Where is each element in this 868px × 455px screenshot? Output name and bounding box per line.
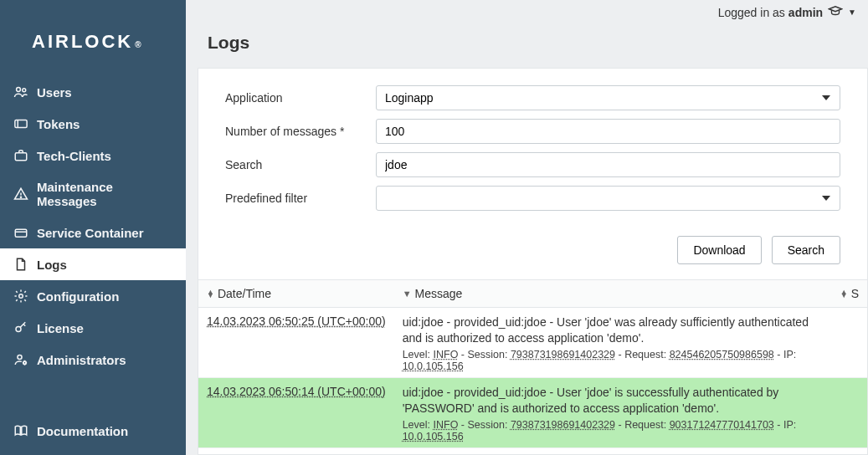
sidebar-item-administrators[interactable]: Administrators — [0, 344, 186, 376]
gear-icon — [13, 289, 28, 304]
sidebar-item-license[interactable]: License — [0, 312, 186, 344]
sidebar-item-label: Logs — [37, 258, 67, 272]
svg-rect-5 — [15, 229, 27, 237]
brand-logo: AIRLOCK® — [0, 0, 186, 76]
log-session[interactable]: 793873198691402329 — [511, 349, 615, 360]
log-meta: Level: INFO - Session: 79387319869140232… — [403, 349, 824, 372]
svg-point-1 — [23, 89, 26, 92]
container-icon — [13, 225, 28, 240]
ticket-icon — [13, 116, 28, 131]
log-datetime[interactable]: 14.03.2023 06:50:25 (UTC+00:00) — [207, 314, 386, 328]
admin-icon — [13, 352, 28, 367]
log-meta: Level: INFO - Session: 79387319869140232… — [403, 419, 824, 442]
search-input[interactable] — [376, 152, 840, 177]
table-row[interactable]: 14.03.2023 06:50:14 (UTC+00:00)uid:jdoe … — [198, 447, 867, 455]
th-s[interactable]: ▲▼ S — [832, 280, 867, 308]
table-row[interactable]: 14.03.2023 06:50:25 (UTC+00:00)uid:jdoe … — [198, 308, 867, 378]
sidebar: AIRLOCK® Users Tokens Tech-Clients Maint… — [0, 0, 186, 455]
log-level[interactable]: INFO — [434, 349, 459, 360]
sort-icon: ▲▼ — [840, 290, 848, 297]
logged-in-user: admin — [788, 6, 823, 19]
logged-in-text: Logged in as — [718, 6, 785, 19]
sidebar-item-users[interactable]: Users — [0, 76, 186, 108]
svg-rect-2 — [15, 120, 27, 128]
svg-point-8 — [18, 355, 22, 359]
sidebar-item-label: Administrators — [37, 353, 126, 367]
sidebar-item-configuration[interactable]: Configuration — [0, 280, 186, 312]
sidebar-item-maintenance[interactable]: Maintenance Messages — [0, 171, 186, 217]
sidebar-item-label: Configuration — [37, 289, 119, 304]
predefined-filter-select[interactable] — [376, 186, 840, 211]
logs-panel: Application Loginapp Number of messages … — [198, 68, 868, 455]
log-level[interactable]: INFO — [434, 419, 459, 431]
th-datetime[interactable]: ▲▼ Date/Time — [198, 280, 394, 308]
log-message: uid:jdoe - provided_uid:jdoe - User 'jdo… — [403, 385, 824, 417]
table-row[interactable]: 14.03.2023 06:50:14 (UTC+00:00)uid:jdoe … — [198, 377, 867, 447]
log-ip[interactable]: 10.0.105.156 — [403, 360, 464, 372]
sidebar-item-label: Documentation — [37, 424, 128, 438]
svg-rect-3 — [15, 153, 27, 161]
sidebar-item-tech-clients[interactable]: Tech-Clients — [0, 140, 186, 171]
sort-desc-icon: ▼ — [403, 292, 412, 295]
sidebar-item-label: Service Container — [37, 226, 144, 240]
th-message[interactable]: ▼ Message — [394, 280, 832, 308]
topbar: Logged in as admin ▼ — [186, 0, 868, 21]
page-title: Logs — [186, 21, 868, 68]
svg-point-6 — [19, 294, 23, 299]
log-ip[interactable]: 10.0.105.156 — [403, 431, 464, 442]
warning-icon — [13, 187, 28, 202]
log-request[interactable]: 824546205750986598 — [670, 349, 774, 360]
sidebar-item-label: License — [37, 321, 84, 335]
sidebar-item-label: Tokens — [37, 117, 80, 131]
users-icon — [13, 84, 28, 100]
book-icon — [13, 423, 28, 438]
svg-point-4 — [20, 197, 21, 197]
main-nav: Users Tokens Tech-Clients Maintenance Me… — [0, 76, 186, 415]
registered-icon: ® — [135, 40, 143, 49]
graduate-icon — [823, 3, 843, 21]
log-session[interactable]: 793873198691402329 — [511, 419, 615, 431]
logs-table: ▲▼ Date/Time ▼ Message ▲ — [198, 279, 867, 455]
sort-icon: ▲▼ — [207, 290, 214, 297]
sidebar-item-label: Users — [37, 85, 72, 100]
sidebar-item-documentation[interactable]: Documentation — [0, 415, 186, 447]
key-icon — [13, 320, 28, 335]
sidebar-item-logs[interactable]: Logs — [0, 248, 186, 280]
briefcase-icon — [13, 148, 28, 163]
svg-point-7 — [16, 327, 21, 332]
document-icon — [13, 257, 28, 272]
chevron-down-icon[interactable]: ▼ — [848, 8, 856, 17]
log-request[interactable]: 903171247770141703 — [670, 419, 774, 431]
log-message: uid:jdoe - provided_uid:jdoe - User 'jdo… — [403, 314, 824, 346]
main-content: Logged in as admin ▼ Logs Application Lo… — [186, 0, 868, 455]
application-select[interactable]: Loginapp — [376, 85, 840, 110]
sidebar-item-tokens[interactable]: Tokens — [0, 108, 186, 140]
sidebar-item-label: Maintenance Messages — [37, 180, 172, 208]
log-datetime[interactable]: 14.03.2023 06:50:14 (UTC+00:00) — [207, 385, 386, 398]
num-messages-label: Number of messages * — [225, 125, 376, 138]
sidebar-item-service-container[interactable]: Service Container — [0, 217, 186, 248]
num-messages-input[interactable] — [376, 119, 840, 144]
search-button[interactable]: Search — [772, 236, 840, 264]
download-button[interactable]: Download — [677, 236, 761, 264]
sidebar-item-label: Tech-Clients — [37, 149, 111, 163]
application-label: Application — [225, 91, 376, 105]
predefined-filter-label: Predefined filter — [225, 192, 376, 205]
search-label: Search — [225, 158, 376, 171]
svg-point-0 — [17, 88, 21, 92]
